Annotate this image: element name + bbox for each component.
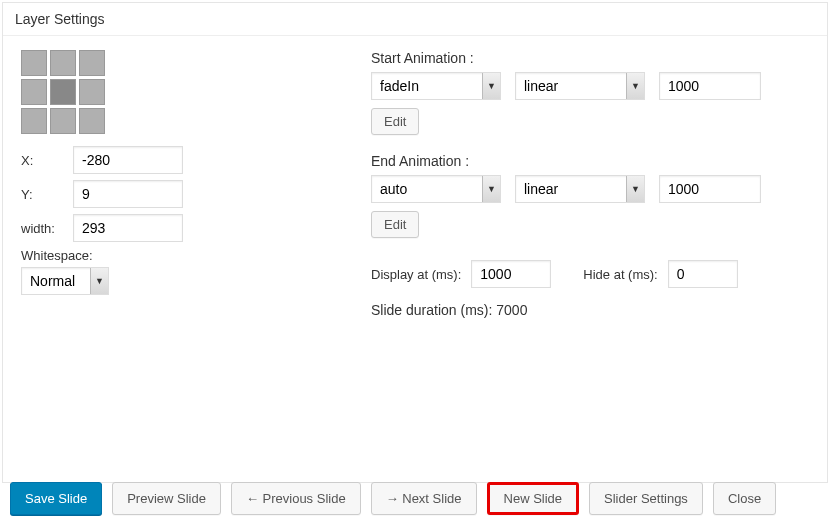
align-middle-left[interactable]	[21, 79, 47, 105]
start-animation-label: Start Animation :	[371, 50, 809, 66]
y-input[interactable]	[73, 180, 183, 208]
new-slide-button[interactable]: New Slide	[487, 482, 580, 485]
alignment-grid	[21, 50, 371, 134]
end-effect-select[interactable]: auto	[371, 175, 501, 203]
start-duration-input[interactable]	[659, 72, 761, 100]
align-middle-right[interactable]	[79, 79, 105, 105]
preview-slide-button[interactable]: Preview Slide	[112, 482, 221, 485]
align-top-right[interactable]	[79, 50, 105, 76]
align-middle-center[interactable]	[50, 79, 76, 105]
y-label: Y:	[21, 187, 73, 202]
display-at-label: Display at (ms):	[371, 267, 461, 282]
end-easing-select[interactable]: linear	[515, 175, 645, 203]
x-input[interactable]	[73, 146, 183, 174]
slide-duration-text: Slide duration (ms): 7000	[371, 302, 809, 318]
width-label: width:	[21, 221, 73, 236]
whitespace-select[interactable]: Normal	[21, 267, 109, 295]
slider-settings-button[interactable]: Slider Settings	[589, 482, 703, 485]
close-button[interactable]: Close	[713, 482, 776, 485]
start-easing-select[interactable]: linear	[515, 72, 645, 100]
end-edit-button[interactable]: Edit	[371, 211, 419, 238]
end-animation-label: End Animation :	[371, 153, 809, 169]
align-bottom-right[interactable]	[79, 108, 105, 134]
hide-at-input[interactable]	[668, 260, 738, 288]
layer-settings-panel: Layer Settings X: Y:	[2, 2, 828, 483]
next-slide-button[interactable]: → Next Slide	[371, 482, 477, 485]
align-top-left[interactable]	[21, 50, 47, 76]
left-column: X: Y: width: Whitespace: Normal ▼	[21, 50, 371, 318]
end-duration-input[interactable]	[659, 175, 761, 203]
align-bottom-center[interactable]	[50, 108, 76, 134]
hide-at-label: Hide at (ms):	[583, 267, 657, 282]
previous-slide-button[interactable]: ← Previous Slide	[231, 482, 361, 485]
whitespace-label: Whitespace:	[21, 248, 371, 263]
footer-toolbar: Save Slide Preview Slide ← Previous Slid…	[0, 472, 830, 485]
save-slide-button[interactable]: Save Slide	[10, 482, 102, 485]
width-input[interactable]	[73, 214, 183, 242]
align-top-center[interactable]	[50, 50, 76, 76]
display-at-input[interactable]	[471, 260, 551, 288]
right-column: Start Animation : fadeIn ▼ linear ▼ Edit	[371, 50, 809, 318]
panel-title: Layer Settings	[3, 3, 827, 36]
x-label: X:	[21, 153, 73, 168]
start-edit-button[interactable]: Edit	[371, 108, 419, 135]
align-bottom-left[interactable]	[21, 108, 47, 134]
start-effect-select[interactable]: fadeIn	[371, 72, 501, 100]
